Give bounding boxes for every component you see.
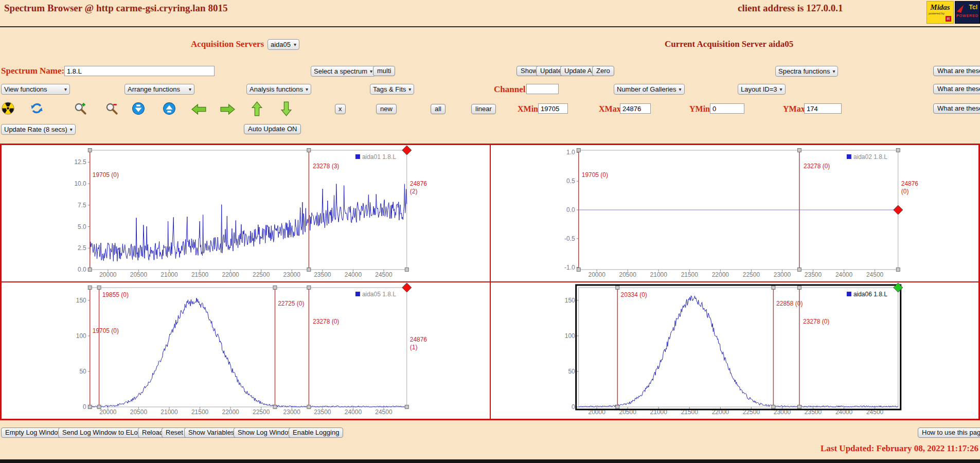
x-tick-label: 24500 bbox=[375, 271, 393, 278]
midas-logo[interactable]: Midas powered by R bbox=[926, 1, 954, 24]
marker-handle[interactable] bbox=[405, 268, 408, 272]
tcl-logo[interactable]: Tcl POWERED bbox=[955, 1, 980, 24]
marker-label: 19705 (0) bbox=[93, 171, 119, 179]
shrink-y-button[interactable] bbox=[132, 102, 145, 115]
send-log-to-elog-button[interactable]: Send Log Window to ELog bbox=[58, 428, 146, 438]
marker-handle[interactable] bbox=[771, 405, 775, 409]
xmax-input[interactable] bbox=[620, 103, 651, 114]
client-address: client address is 127.0.0.1 bbox=[738, 3, 843, 14]
xmin-input[interactable] bbox=[538, 103, 568, 114]
marker-handle[interactable] bbox=[797, 268, 801, 272]
select-spectrum-dropdown[interactable]: Select a spectrum bbox=[311, 66, 376, 77]
spectra-functions-dropdown[interactable]: Spectra functions bbox=[775, 66, 838, 77]
update-rate-dropdown[interactable]: Update Rate (8 secs) bbox=[1, 124, 76, 135]
marker-handle[interactable] bbox=[88, 286, 92, 290]
spectrum-panel-aida01[interactable]: 2000020500210002150022000225002300023500… bbox=[1, 145, 490, 282]
expand-y-icon bbox=[163, 102, 176, 115]
y-tick-label: 100 bbox=[76, 332, 86, 340]
marker-handle[interactable] bbox=[577, 149, 580, 152]
expand-y-button[interactable] bbox=[163, 102, 176, 115]
spectrum-name-input[interactable] bbox=[64, 66, 215, 76]
pan-up-button[interactable] bbox=[251, 101, 263, 116]
refresh-button[interactable] bbox=[30, 101, 44, 115]
spectrum-chart-aida05[interactable]: 2000020500210002150022000225002300023500… bbox=[2, 282, 490, 419]
spectrum-panel-aida05[interactable]: 2000020500210002150022000225002300023500… bbox=[1, 282, 490, 419]
zero-button[interactable]: Zero bbox=[592, 66, 614, 76]
x-tick-label: 23500 bbox=[314, 271, 331, 278]
channel-input[interactable] bbox=[526, 84, 559, 94]
ymin-input[interactable] bbox=[710, 103, 744, 114]
marker-handle[interactable] bbox=[97, 405, 101, 409]
marker-handle[interactable] bbox=[307, 268, 311, 272]
x-button[interactable]: x bbox=[335, 104, 346, 114]
last-updated-text: Last Updated: February 08, 2022 11:17:26 bbox=[821, 443, 978, 454]
how-to-use-button[interactable]: How to use this page bbox=[918, 428, 980, 438]
marker-handle[interactable] bbox=[307, 286, 311, 290]
layout-id-dropdown[interactable]: Layout ID=3 bbox=[738, 84, 786, 95]
marker-handle[interactable] bbox=[771, 286, 775, 290]
spectrum-browser-page: { "colors": { "background": "#f9e4c6", "… bbox=[0, 0, 980, 463]
linear-button[interactable]: linear bbox=[471, 104, 496, 114]
marker-handle[interactable] bbox=[273, 286, 277, 290]
marker-handle[interactable] bbox=[307, 405, 311, 409]
what-are-these-button-2[interactable]: What are these? bbox=[933, 84, 980, 94]
auto-update-button[interactable]: Auto Update ON bbox=[244, 124, 301, 134]
radiation-button[interactable] bbox=[1, 101, 15, 115]
acquisition-server-value: aida05 bbox=[271, 41, 291, 48]
enable-logging-button[interactable]: Enable Logging bbox=[289, 428, 343, 438]
x-tick-label: 22500 bbox=[253, 408, 270, 416]
current-server-label: Current Acquisition Server aida05 bbox=[665, 39, 793, 49]
zoom-out-button[interactable] bbox=[105, 102, 118, 115]
x-tick-label: 24500 bbox=[375, 408, 393, 416]
marker-handle[interactable] bbox=[797, 149, 801, 152]
marker-handle[interactable] bbox=[405, 405, 408, 409]
arrange-functions-dropdown[interactable]: Arrange functions bbox=[124, 84, 194, 95]
show-variables-button[interactable]: Show Variables bbox=[184, 428, 238, 438]
galleries-value: Number of Galleries bbox=[617, 85, 676, 93]
marker-handle[interactable] bbox=[88, 405, 92, 409]
spectrum-chart-aida01[interactable]: 2000020500210002150022000225002300023500… bbox=[2, 145, 490, 281]
tags-fits-dropdown[interactable]: Tags & Fits bbox=[370, 84, 414, 95]
x-tick-label: 21000 bbox=[161, 408, 178, 416]
zoom-in-button[interactable] bbox=[74, 102, 87, 115]
y-tick-label: 50 bbox=[79, 368, 86, 375]
ymax-input[interactable] bbox=[804, 103, 842, 114]
spectrum-panel-aida06[interactable]: 2000020500210002150022000225002300023500… bbox=[490, 282, 979, 419]
show-log-window-button[interactable]: Show Log Window bbox=[234, 428, 297, 438]
marker-handle[interactable] bbox=[896, 268, 900, 272]
empty-log-window-button[interactable]: Empty Log Window bbox=[1, 428, 67, 438]
all-button[interactable]: all bbox=[431, 104, 446, 114]
marker-handle[interactable] bbox=[797, 405, 801, 409]
analysis-functions-dropdown[interactable]: Analysis functions bbox=[246, 84, 311, 95]
marker-handle[interactable] bbox=[273, 405, 277, 409]
pan-left-button[interactable] bbox=[191, 103, 206, 115]
pan-right-button[interactable] bbox=[220, 103, 235, 115]
y-tick-label: 0.5 bbox=[566, 177, 575, 185]
x-tick-label: 24000 bbox=[345, 271, 362, 278]
pan-down-button[interactable] bbox=[280, 101, 292, 116]
new-button[interactable]: new bbox=[376, 104, 397, 114]
spectrum-panel-aida02[interactable]: 2000020500210002150022000225002300023500… bbox=[490, 145, 979, 282]
y-tick-label: 0 bbox=[572, 403, 575, 411]
marker-handle[interactable] bbox=[88, 268, 92, 272]
what-are-these-button-3[interactable]: What are these? bbox=[933, 103, 980, 114]
marker-handle[interactable] bbox=[615, 286, 619, 290]
marker-handle[interactable] bbox=[577, 268, 580, 272]
header-divider bbox=[0, 26, 980, 27]
marker-handle[interactable] bbox=[797, 286, 801, 290]
spectrum-chart-aida06[interactable]: 2000020500210002150022000225002300023500… bbox=[491, 282, 979, 419]
reset-button[interactable]: Reset bbox=[162, 428, 187, 438]
marker-handle[interactable] bbox=[896, 149, 900, 152]
marker-handle[interactable] bbox=[97, 286, 101, 290]
legend-swatch bbox=[355, 292, 360, 296]
multi-button[interactable]: multi bbox=[373, 66, 395, 76]
what-are-these-button-1[interactable]: What are these? bbox=[933, 66, 980, 76]
x-tick-label: 23500 bbox=[804, 271, 822, 278]
view-functions-dropdown[interactable]: View functions bbox=[1, 84, 70, 95]
acquisition-server-select[interactable]: aida05 bbox=[268, 39, 299, 50]
galleries-dropdown[interactable]: Number of Galleries bbox=[614, 84, 685, 95]
spectrum-chart-aida02[interactable]: 2000020500210002150022000225002300023500… bbox=[491, 145, 979, 281]
marker-handle[interactable] bbox=[88, 149, 92, 152]
marker-handle[interactable] bbox=[615, 405, 619, 409]
marker-handle[interactable] bbox=[307, 149, 311, 152]
